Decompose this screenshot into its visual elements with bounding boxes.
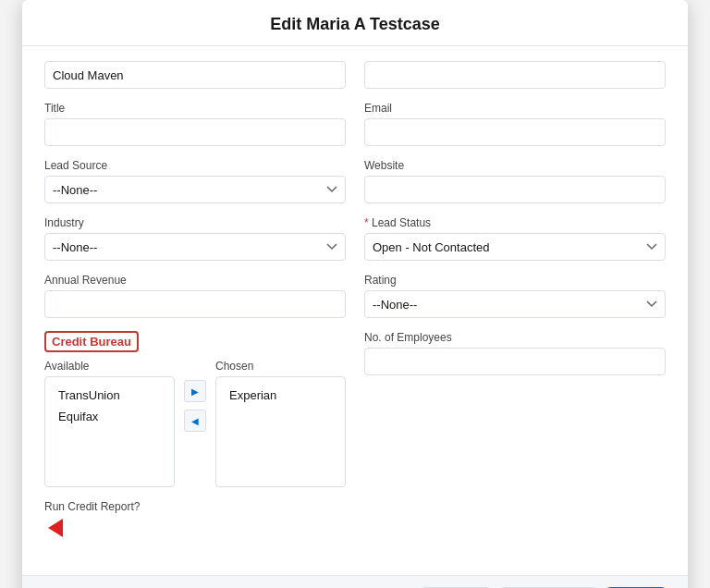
- website-group: Website: [364, 159, 666, 203]
- website-input[interactable]: [364, 176, 666, 203]
- title-group: Title: [44, 102, 346, 146]
- annual-revenue-group: Annual Revenue: [44, 274, 346, 318]
- available-side: Available TransUnion Equifax: [44, 360, 175, 487]
- run-credit-label: Run Credit Report?: [44, 500, 346, 513]
- industry-select[interactable]: --None-- Agriculture Banking Technology: [44, 233, 346, 261]
- chosen-side: Chosen Experian: [215, 360, 346, 487]
- modal-footer: Cancel Save & New Save: [22, 575, 688, 588]
- leadsource-website-row: Lead Source --None-- Web Phone Inquiry P…: [44, 159, 666, 203]
- rating-select[interactable]: --None-- Hot Warm Cold: [364, 290, 666, 318]
- no-of-employees-group: No. of Employees: [364, 331, 666, 375]
- cloud-maven-input[interactable]: [44, 61, 346, 89]
- chosen-list[interactable]: Experian: [215, 376, 346, 487]
- annual-revenue-input[interactable]: [44, 290, 346, 318]
- lead-status-label: Lead Status: [364, 216, 666, 229]
- top-right-col: [364, 61, 666, 89]
- title-input[interactable]: [44, 118, 346, 146]
- credit-bureau-label: Credit Bureau: [44, 331, 139, 352]
- employees-col: No. of Employees: [364, 331, 666, 547]
- industry-leadstatus-row: Industry --None-- Agriculture Banking Te…: [44, 216, 666, 261]
- no-of-employees-label: No. of Employees: [364, 331, 666, 344]
- website-label: Website: [364, 159, 666, 172]
- lead-status-select[interactable]: Open - Not Contacted Open - Contacted Cl…: [364, 233, 666, 261]
- list-item[interactable]: TransUnion: [53, 385, 166, 406]
- available-label: Available: [44, 360, 175, 373]
- edit-modal: Edit Maria A Testcase Title Email: [22, 0, 688, 588]
- lead-source-group: Lead Source --None-- Web Phone Inquiry P…: [44, 159, 346, 203]
- modal-body: Title Email Lead Source --None-- Web Pho…: [22, 46, 688, 575]
- cloud-maven-col: [44, 61, 346, 89]
- dual-list-controls: ▶ ◀: [175, 380, 215, 432]
- title-label: Title: [44, 102, 346, 115]
- red-arrow-icon: [48, 519, 63, 537]
- rating-group: Rating --None-- Hot Warm Cold: [364, 274, 666, 318]
- dual-list-container: Available TransUnion Equifax ▶ ◀ Chosen: [44, 360, 346, 487]
- email-label: Email: [364, 102, 666, 115]
- list-item[interactable]: Experian: [224, 385, 337, 406]
- lead-source-label: Lead Source: [44, 159, 346, 172]
- lead-status-group: Lead Status Open - Not Contacted Open - …: [364, 216, 666, 261]
- top-right-input[interactable]: [364, 61, 666, 89]
- move-right-button[interactable]: ▶: [184, 380, 206, 402]
- modal-header: Edit Maria A Testcase: [22, 0, 688, 46]
- move-left-button[interactable]: ◀: [184, 410, 206, 432]
- title-email-row: Title Email: [44, 102, 666, 146]
- lead-source-select[interactable]: --None-- Web Phone Inquiry Partner Refer…: [44, 176, 346, 203]
- list-item[interactable]: Equifax: [53, 406, 166, 427]
- available-list[interactable]: TransUnion Equifax: [44, 376, 175, 487]
- revenue-rating-row: Annual Revenue Rating --None-- Hot Warm …: [44, 274, 666, 318]
- email-input[interactable]: [364, 118, 666, 146]
- modal-title: Edit Maria A Testcase: [44, 15, 666, 34]
- rating-label: Rating: [364, 274, 666, 287]
- industry-group: Industry --None-- Agriculture Banking Te…: [44, 216, 346, 261]
- no-of-employees-input[interactable]: [364, 348, 666, 375]
- run-credit-section: Run Credit Report?: [44, 500, 346, 540]
- industry-label: Industry: [44, 216, 346, 229]
- credit-bureau-section: Credit Bureau Available TransUnion Equif…: [44, 331, 346, 487]
- chosen-label: Chosen: [215, 360, 346, 373]
- email-group: Email: [364, 102, 666, 146]
- credit-bureau-col: Credit Bureau Available TransUnion Equif…: [44, 331, 346, 547]
- top-row: [44, 61, 666, 89]
- annual-revenue-label: Annual Revenue: [44, 274, 346, 287]
- credit-employees-row: Credit Bureau Available TransUnion Equif…: [44, 331, 666, 547]
